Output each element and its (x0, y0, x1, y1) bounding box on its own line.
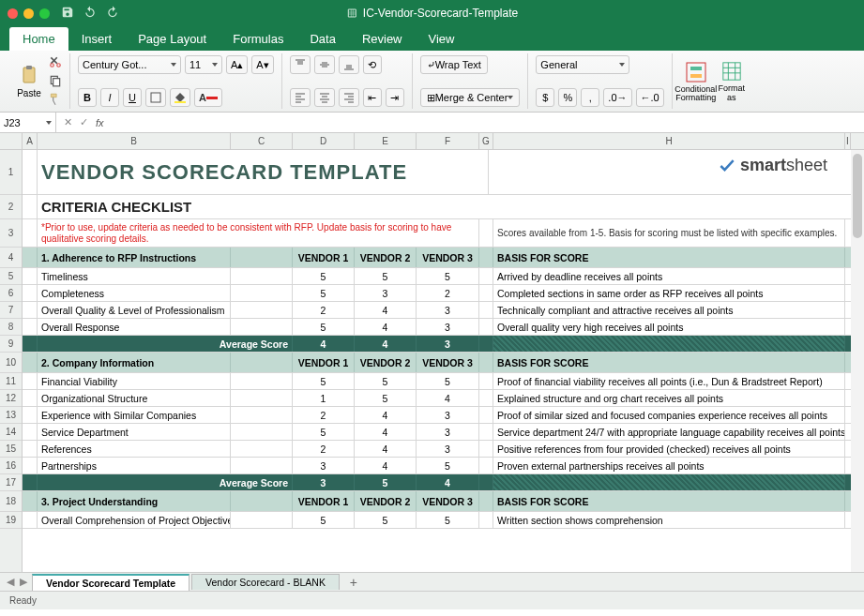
ribbon-tabs: Home Insert Page Layout Formulas Data Re… (0, 26, 864, 51)
copy-icon[interactable] (49, 74, 62, 89)
row-header[interactable]: 4 (0, 248, 22, 268)
svg-point-2 (51, 63, 54, 67)
fx-icon[interactable]: fx (96, 117, 104, 128)
comma-style-button[interactable]: , (581, 88, 599, 107)
cut-icon[interactable] (49, 55, 62, 70)
col-D[interactable]: D (293, 133, 355, 149)
fill-color-button[interactable] (170, 88, 190, 107)
vertical-scrollbar[interactable] (851, 150, 864, 572)
cells[interactable]: VENDOR SCORECARD TEMPLATE smartsheet CRI… (23, 150, 864, 572)
svg-point-3 (57, 63, 61, 67)
svg-rect-11 (723, 62, 740, 79)
row-header[interactable]: 5 (0, 268, 22, 285)
add-sheet-button[interactable]: + (345, 575, 362, 590)
formula-input[interactable] (112, 117, 864, 128)
tab-insert[interactable]: Insert (68, 27, 126, 51)
cancel-icon[interactable]: ✕ (64, 116, 72, 128)
merge-center-button[interactable]: ⊞ Merge & Center (420, 88, 521, 107)
tab-view[interactable]: View (416, 27, 468, 51)
redo-icon[interactable] (106, 6, 119, 21)
row-header[interactable]: 14 (0, 424, 22, 441)
table-row: Financial Viability555Proof of financial… (23, 373, 864, 390)
undo-icon[interactable] (83, 6, 97, 21)
row-header[interactable]: 12 (0, 390, 22, 407)
col-B[interactable]: B (38, 133, 231, 149)
italic-button[interactable]: I (100, 88, 119, 107)
row-header[interactable]: 18 (0, 491, 22, 512)
increase-indent-button[interactable]: ⇥ (386, 88, 404, 107)
percent-button[interactable]: % (558, 88, 577, 107)
col-G[interactable]: G (479, 133, 493, 149)
increase-font-button[interactable]: A▴ (226, 55, 248, 74)
name-box[interactable]: J23 (0, 113, 56, 132)
row-header[interactable]: 3 (0, 219, 22, 248)
tab-home[interactable]: Home (9, 27, 68, 51)
tab-formulas[interactable]: Formulas (220, 27, 296, 51)
currency-button[interactable]: $ (536, 88, 554, 107)
paste-button[interactable]: Paste (13, 61, 45, 102)
row-header[interactable]: 19 (0, 512, 22, 529)
table-row: References243Positive references from fo… (23, 441, 864, 458)
wrap-text-button[interactable]: ⤶ Wrap Text (420, 55, 488, 74)
column-headers: A B C D E F G H I (0, 133, 864, 150)
borders-button[interactable] (145, 88, 166, 107)
row-header[interactable]: 9 (0, 336, 22, 353)
tab-review[interactable]: Review (349, 27, 416, 51)
table-row: Partnerships345Proven external partnersh… (23, 458, 864, 474)
align-center-button[interactable] (314, 88, 335, 107)
increase-decimal-button[interactable]: .0→ (603, 88, 631, 107)
align-bottom-button[interactable] (339, 55, 359, 74)
col-F[interactable]: F (417, 133, 479, 149)
conditional-formatting-button[interactable]: Conditional Formatting (680, 61, 712, 102)
align-right-button[interactable] (339, 88, 359, 107)
table-row: Average Score354 (23, 474, 864, 491)
enter-icon[interactable]: ✓ (80, 116, 88, 128)
select-all-corner[interactable] (0, 133, 23, 149)
table-row: Completeness532Completed sections in sam… (23, 285, 864, 302)
tab-nav-prev[interactable]: ◀ (4, 576, 17, 589)
font-color-button[interactable]: A (194, 88, 222, 107)
col-A[interactable]: A (23, 133, 38, 149)
row-header[interactable]: 11 (0, 373, 22, 390)
row-header[interactable]: 13 (0, 407, 22, 424)
bold-button[interactable]: B (78, 88, 97, 107)
row-header[interactable]: 1 (0, 150, 22, 195)
col-E[interactable]: E (355, 133, 417, 149)
minimize-button[interactable] (23, 8, 34, 19)
format-as-table-button[interactable]: Format as (716, 61, 748, 102)
align-top-button[interactable] (290, 55, 311, 74)
font-selector[interactable]: Century Got... (78, 55, 181, 74)
sheet-tab-active[interactable]: Vendor Scorecard Template (32, 574, 189, 591)
tab-data[interactable]: Data (296, 27, 348, 51)
tab-page-layout[interactable]: Page Layout (125, 27, 220, 51)
row-header[interactable]: 10 (0, 353, 22, 373)
sheet-tab[interactable]: Vendor Scorecard - BLANK (191, 574, 340, 590)
row-header[interactable]: 7 (0, 302, 22, 319)
decrease-decimal-button[interactable]: ←.0 (636, 88, 664, 107)
svg-rect-8 (687, 63, 705, 82)
orientation-button[interactable]: ⟲ (363, 55, 382, 74)
col-I[interactable]: I (845, 133, 851, 149)
table-row: Overall Quality & Level of Professionali… (23, 302, 864, 319)
row-header[interactable]: 17 (0, 474, 22, 491)
save-icon[interactable] (61, 6, 74, 21)
zoom-button[interactable] (39, 8, 50, 19)
row-header[interactable]: 15 (0, 441, 22, 458)
row-header[interactable]: 16 (0, 458, 22, 474)
align-left-button[interactable] (290, 88, 311, 107)
number-format-selector[interactable]: General (536, 55, 629, 74)
row-header[interactable]: 6 (0, 285, 22, 302)
col-H[interactable]: H (493, 133, 845, 149)
status-bar: Ready (0, 591, 864, 609)
decrease-indent-button[interactable]: ⇤ (363, 88, 382, 107)
col-C[interactable]: C (231, 133, 293, 149)
row-header[interactable]: 8 (0, 319, 22, 336)
row-header[interactable]: 2 (0, 195, 22, 219)
font-size-selector[interactable]: 11 (185, 55, 222, 74)
underline-button[interactable]: U (123, 88, 142, 107)
format-painter-icon[interactable] (49, 93, 62, 108)
tab-nav-next[interactable]: ▶ (17, 576, 30, 589)
align-middle-button[interactable] (314, 55, 335, 74)
close-button[interactable] (8, 8, 18, 19)
decrease-font-button[interactable]: A▾ (251, 55, 273, 74)
